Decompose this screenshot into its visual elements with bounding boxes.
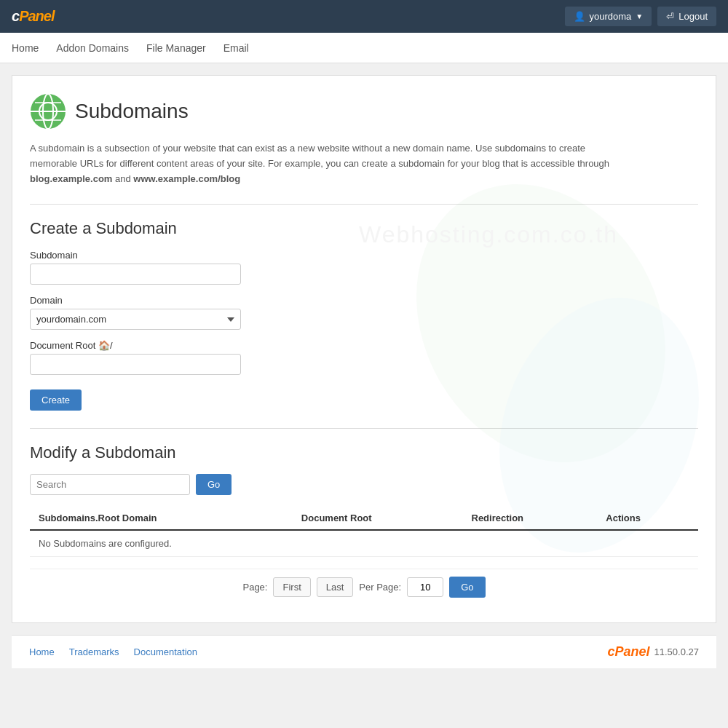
page-label: Page: bbox=[242, 582, 267, 593]
footer-brand: cPanel 11.50.0.27 bbox=[608, 644, 700, 660]
search-go-button[interactable]: Go bbox=[196, 474, 232, 495]
create-button[interactable]: Create bbox=[30, 389, 82, 411]
first-page-button[interactable]: First bbox=[273, 577, 310, 597]
create-section-title: Create a Subdomain bbox=[30, 219, 698, 238]
search-row: Go bbox=[30, 474, 698, 495]
modify-section-title: Modify a Subdomain bbox=[30, 443, 698, 462]
footer: Home Trademarks Documentation cPanel 11.… bbox=[12, 635, 716, 668]
subdomain-label: Subdomain bbox=[30, 250, 698, 261]
page-description: A subdomain is a subsection of your webs… bbox=[30, 141, 627, 186]
per-page-input[interactable] bbox=[407, 577, 443, 597]
subdomains-icon bbox=[30, 93, 66, 130]
nav-email[interactable]: Email bbox=[223, 33, 249, 63]
col-redirection: Redirection bbox=[463, 507, 598, 530]
chevron-down-icon: ▼ bbox=[636, 12, 643, 20]
nav-home[interactable]: Home bbox=[12, 33, 39, 63]
domain-label: Domain bbox=[30, 295, 698, 306]
subdomain-input[interactable] bbox=[30, 264, 241, 285]
user-menu-button[interactable]: 👤 yourdoma ▼ bbox=[565, 7, 652, 26]
table-row: No Subdomains are configured. bbox=[30, 530, 698, 557]
footer-documentation-link[interactable]: Documentation bbox=[134, 646, 197, 657]
page-title: Subdomains bbox=[75, 100, 189, 123]
nav-addon-domains[interactable]: Addon Domains bbox=[56, 33, 129, 63]
header: cPanel 👤 yourdoma ▼ ⏎ Logout bbox=[0, 0, 728, 33]
user-icon: 👤 bbox=[574, 11, 585, 22]
col-subdomains: Subdomains.Root Domain bbox=[30, 507, 293, 530]
search-input[interactable] bbox=[30, 474, 190, 495]
footer-home-link[interactable]: Home bbox=[29, 646, 55, 657]
header-logo: cPanel bbox=[12, 8, 54, 25]
last-page-button[interactable]: Last bbox=[317, 577, 354, 597]
domain-select[interactable]: yourdomain.com bbox=[30, 309, 241, 330]
subdomains-table: Subdomains.Root Domain Document Root Red… bbox=[30, 507, 698, 557]
table-header-row: Subdomains.Root Domain Document Root Red… bbox=[30, 507, 698, 530]
nav-file-manager[interactable]: File Manager bbox=[146, 33, 206, 63]
document-root-form-group: Document Root 🏠/ bbox=[30, 340, 698, 375]
page-title-row: Subdomains bbox=[30, 93, 698, 130]
modify-section: Modify a Subdomain Go Subdomains.Root Do… bbox=[30, 443, 698, 605]
document-root-label: Document Root 🏠/ bbox=[30, 340, 698, 351]
subdomain-form-group: Subdomain bbox=[30, 250, 698, 285]
col-actions: Actions bbox=[597, 507, 698, 530]
username-label: yourdoma bbox=[590, 11, 632, 22]
main-content: Webhosting.com.co.th Subdomains A subdom… bbox=[12, 75, 716, 623]
footer-cpanel-logo: cPanel bbox=[608, 644, 650, 660]
logout-icon: ⏎ bbox=[666, 11, 674, 22]
pagination-go-button[interactable]: Go bbox=[449, 577, 485, 598]
footer-version: 11.50.0.27 bbox=[654, 646, 699, 657]
home-icon: 🏠 bbox=[98, 340, 110, 351]
navbar: Home Addon Domains File Manager Email bbox=[0, 33, 728, 63]
divider-2 bbox=[30, 428, 698, 429]
pagination-row: Page: First Last Per Page: Go bbox=[30, 569, 698, 605]
logout-button[interactable]: ⏎ Logout bbox=[657, 7, 716, 26]
footer-trademarks-link[interactable]: Trademarks bbox=[69, 646, 119, 657]
footer-links: Home Trademarks Documentation bbox=[29, 646, 197, 657]
domain-form-group: Domain yourdomain.com bbox=[30, 295, 698, 330]
col-document-root: Document Root bbox=[293, 507, 463, 530]
document-root-input[interactable] bbox=[30, 354, 241, 375]
empty-message: No Subdomains are configured. bbox=[30, 530, 698, 557]
logout-label: Logout bbox=[678, 11, 708, 22]
header-right: 👤 yourdoma ▼ ⏎ Logout bbox=[565, 7, 716, 26]
divider-1 bbox=[30, 204, 698, 205]
per-page-label: Per Page: bbox=[359, 582, 401, 593]
